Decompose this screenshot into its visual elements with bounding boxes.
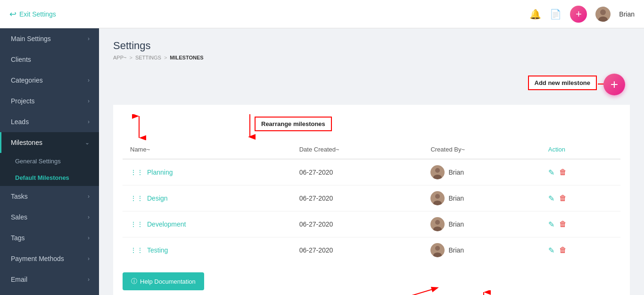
rearrange-annotation: Rearrange milestones: [255, 117, 332, 131]
bc-settings: SETTINGS: [135, 55, 161, 60]
bc-sep1: >: [129, 55, 132, 60]
sidebar-label: Sales: [11, 213, 27, 221]
avatar: [430, 243, 445, 257]
sidebar-item-sales[interactable]: Sales ›: [0, 207, 99, 228]
table-header-row: Name~ Date Created~ Created By~ Action: [123, 140, 620, 159]
creator-name: Brian: [448, 169, 464, 176]
help-documentation-button[interactable]: ⓘ Help Documentation: [123, 272, 204, 290]
edit-button[interactable]: ✎: [548, 246, 554, 255]
milestone-actions: ✎🗑: [541, 159, 620, 185]
milestone-creator: Brian: [423, 159, 540, 185]
sidebar-item-main-settings[interactable]: Main Settings ›: [0, 28, 99, 49]
sidebar-item-general-settings[interactable]: General Settings: [0, 153, 99, 169]
exit-settings-button[interactable]: ↩ Exit Settings: [9, 9, 56, 19]
delete-button[interactable]: 🗑: [559, 246, 567, 254]
sub-label: General Settings: [15, 158, 61, 165]
sidebar-item-clients[interactable]: Clients: [0, 49, 99, 70]
topbar-right: 🔔 📄 + Brian: [529, 6, 635, 23]
plus-icon: +: [611, 77, 618, 92]
sidebar-label: Main Settings: [11, 35, 51, 42]
sidebar-label: Tasks: [11, 193, 28, 200]
svg-point-10: [435, 194, 440, 199]
drag-handle-icon[interactable]: ⋮⋮: [130, 220, 143, 228]
milestone-creator: Brian: [423, 185, 540, 211]
milestone-date: 06-27-2020: [292, 185, 423, 211]
bc-app: APP~: [113, 55, 126, 60]
delete-button[interactable]: 🗑: [559, 194, 567, 202]
edit-button[interactable]: ✎: [548, 194, 554, 203]
plus-icon: +: [576, 8, 582, 20]
bc-current: MILESTONES: [170, 55, 203, 60]
milestone-date: 06-27-2020: [292, 159, 423, 185]
sidebar-item-payment-methods[interactable]: Payment Methods ›: [0, 248, 99, 269]
milestones-card: Rearrange milestones: [113, 105, 630, 295]
sidebar-item-milestones[interactable]: Milestones ⌄: [0, 132, 99, 153]
milestones-table: Name~ Date Created~ Created By~ Action ⋮…: [123, 140, 620, 263]
chevron-right-icon: ›: [88, 118, 90, 125]
breadcrumb: APP~ > SETTINGS > MILESTONES: [113, 55, 630, 60]
help-btn-label: Help Documentation: [140, 278, 196, 285]
sidebar-item-tags[interactable]: Tags ›: [0, 228, 99, 248]
svg-line-18: [390, 288, 437, 295]
table-row: ⋮⋮Testing06-27-2020Brian✎🗑: [123, 237, 620, 263]
main-content: Settings APP~ > SETTINGS > MILESTONES Ad…: [99, 28, 644, 295]
col-action: Action: [541, 140, 620, 159]
sidebar: Main Settings › Clients Categories › Pro…: [0, 28, 99, 295]
book-icon[interactable]: 📄: [550, 8, 561, 20]
chevron-right-icon: ›: [88, 214, 90, 220]
sidebar-item-projects[interactable]: Projects ›: [0, 91, 99, 111]
milestone-name: ⋮⋮Design: [130, 194, 284, 202]
bell-icon[interactable]: 🔔: [529, 8, 541, 20]
milestone-name-text: Development: [147, 220, 186, 228]
topbar-add-button[interactable]: +: [570, 6, 587, 23]
table-row: ⋮⋮Design06-27-2020Brian✎🗑: [123, 185, 620, 211]
sidebar-item-email[interactable]: Email ›: [0, 269, 99, 290]
col-name: Name~: [123, 140, 292, 159]
milestone-name-text: Testing: [147, 246, 168, 254]
col-creator: Created By~: [423, 140, 540, 159]
topbar-left: ↩ Exit Settings: [9, 9, 56, 19]
drag-handle-icon[interactable]: ⋮⋮: [130, 169, 143, 176]
avatar: [430, 217, 445, 231]
milestones-submenu: General Settings Default Milestones: [0, 153, 99, 186]
creator-name: Brian: [448, 220, 464, 228]
sidebar-label: Categories: [11, 76, 43, 84]
col-date: Date Created~: [292, 140, 423, 159]
sidebar-item-leads[interactable]: Leads ›: [0, 111, 99, 132]
layout: Main Settings › Clients Categories › Pro…: [0, 28, 644, 295]
drag-handle-icon[interactable]: ⋮⋮: [130, 246, 143, 254]
chevron-down-icon: ⌄: [85, 139, 90, 146]
add-milestone-label: Add new milestone: [528, 76, 597, 90]
chevron-right-icon: ›: [88, 235, 90, 241]
avatar: [430, 191, 445, 205]
milestone-date: 06-27-2020: [292, 211, 423, 237]
chevron-right-icon: ›: [88, 255, 90, 262]
edit-button[interactable]: ✎: [548, 220, 554, 229]
add-milestone-button[interactable]: +: [603, 74, 625, 95]
rearrange-updown-arrow: [132, 114, 146, 140]
add-milestone-annotation: Add new milestone: [528, 76, 597, 90]
sidebar-label: Projects: [11, 97, 35, 105]
creator-name: Brian: [448, 246, 464, 254]
milestone-creator: Brian: [423, 211, 540, 237]
chevron-right-icon: ›: [88, 98, 90, 104]
user-name-label: Brian: [619, 10, 635, 18]
table-row: ⋮⋮Planning06-27-2020Brian✎🗑: [123, 159, 620, 185]
milestone-date: 06-27-2020: [292, 237, 423, 263]
sidebar-item-categories[interactable]: Categories ›: [0, 70, 99, 91]
milestone-name-text: Design: [147, 194, 168, 202]
sidebar-item-tasks[interactable]: Tasks ›: [0, 186, 99, 207]
milestone-name: ⋮⋮Planning: [130, 169, 284, 176]
topbar: ↩ Exit Settings 🔔 📄 + Brian: [0, 0, 644, 28]
delete-arrow: [477, 290, 491, 295]
creator-name: Brian: [448, 194, 464, 202]
delete-button[interactable]: 🗑: [559, 168, 567, 177]
milestone-actions: ✎🗑: [541, 237, 620, 263]
drag-handle-icon[interactable]: ⋮⋮: [130, 194, 143, 202]
table-row: ⋮⋮Development06-27-2020Brian✎🗑: [123, 211, 620, 237]
delete-button[interactable]: 🗑: [559, 220, 567, 228]
sidebar-item-default-milestones[interactable]: Default Milestones: [0, 169, 99, 186]
edit-button[interactable]: ✎: [548, 168, 554, 177]
milestone-actions: ✎🗑: [541, 211, 620, 237]
milestone-name: ⋮⋮Testing: [130, 246, 284, 254]
